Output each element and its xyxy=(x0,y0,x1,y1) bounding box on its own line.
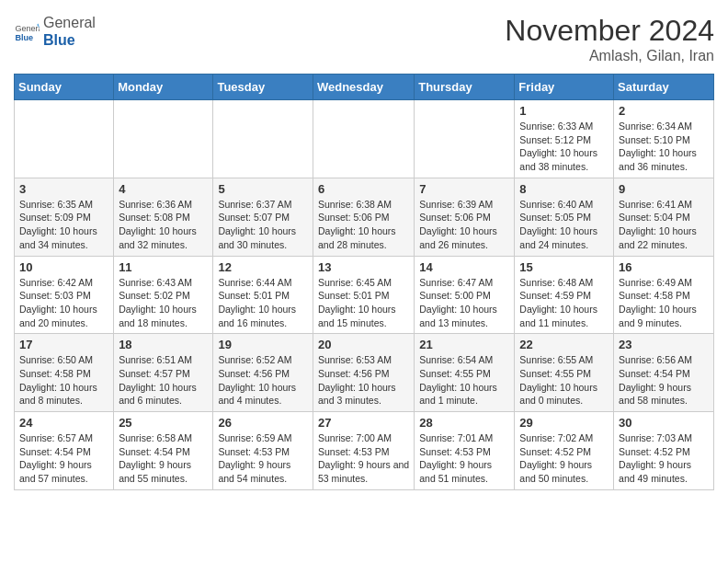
calendar-cell: 23Sunrise: 6:56 AMSunset: 4:54 PMDayligh… xyxy=(614,334,714,412)
column-header-wednesday: Wednesday xyxy=(313,75,414,100)
day-detail: Sunrise: 7:02 AMSunset: 4:52 PMDaylight:… xyxy=(519,431,609,486)
calendar-cell: 15Sunrise: 6:48 AMSunset: 4:59 PMDayligh… xyxy=(515,256,614,334)
day-number: 13 xyxy=(318,260,409,274)
column-header-thursday: Thursday xyxy=(415,75,515,100)
calendar-cell: 29Sunrise: 7:02 AMSunset: 4:52 PMDayligh… xyxy=(515,412,614,490)
day-number: 27 xyxy=(318,416,409,430)
calendar-cell: 11Sunrise: 6:43 AMSunset: 5:02 PMDayligh… xyxy=(114,256,213,334)
calendar-cell: 4Sunrise: 6:36 AMSunset: 5:08 PMDaylight… xyxy=(114,178,213,256)
calendar-cell: 6Sunrise: 6:38 AMSunset: 5:06 PMDaylight… xyxy=(313,178,414,256)
calendar-cell: 7Sunrise: 6:39 AMSunset: 5:06 PMDaylight… xyxy=(415,178,515,256)
calendar-body: 1Sunrise: 6:33 AMSunset: 5:12 PMDaylight… xyxy=(15,100,714,490)
day-detail: Sunrise: 6:43 AMSunset: 5:02 PMDaylight:… xyxy=(119,276,208,330)
header-row: SundayMondayTuesdayWednesdayThursdayFrid… xyxy=(15,75,714,100)
calendar-cell: 5Sunrise: 6:37 AMSunset: 5:07 PMDaylight… xyxy=(213,178,313,256)
svg-text:General: General xyxy=(15,24,40,33)
calendar-cell: 27Sunrise: 7:00 AMSunset: 4:53 PMDayligh… xyxy=(313,412,414,490)
calendar-cell: 12Sunrise: 6:44 AMSunset: 5:01 PMDayligh… xyxy=(213,256,313,334)
calendar-cell: 30Sunrise: 7:03 AMSunset: 4:52 PMDayligh… xyxy=(614,412,714,490)
day-detail: Sunrise: 6:51 AMSunset: 4:57 PMDaylight:… xyxy=(119,353,208,408)
column-header-saturday: Saturday xyxy=(614,75,714,100)
day-detail: Sunrise: 6:47 AMSunset: 5:00 PMDaylight:… xyxy=(419,276,509,330)
day-number: 10 xyxy=(19,260,108,274)
calendar-cell xyxy=(313,100,414,178)
day-number: 30 xyxy=(619,416,709,430)
day-number: 16 xyxy=(619,260,709,274)
logo-blue: Blue xyxy=(43,31,96,49)
day-detail: Sunrise: 6:45 AMSunset: 5:01 PMDaylight:… xyxy=(318,276,409,330)
day-number: 14 xyxy=(419,260,509,274)
day-number: 28 xyxy=(419,416,509,430)
calendar-cell: 1Sunrise: 6:33 AMSunset: 5:12 PMDaylight… xyxy=(515,100,614,178)
calendar-cell: 26Sunrise: 6:59 AMSunset: 4:53 PMDayligh… xyxy=(213,412,313,490)
day-number: 22 xyxy=(519,338,609,351)
day-detail: Sunrise: 6:58 AMSunset: 4:54 PMDaylight:… xyxy=(119,431,208,486)
day-detail: Sunrise: 6:59 AMSunset: 4:53 PMDaylight:… xyxy=(218,431,308,486)
column-header-friday: Friday xyxy=(515,75,614,100)
day-detail: Sunrise: 6:42 AMSunset: 5:03 PMDaylight:… xyxy=(19,276,108,330)
day-detail: Sunrise: 6:36 AMSunset: 5:08 PMDaylight:… xyxy=(119,198,208,252)
day-number: 18 xyxy=(119,338,208,351)
day-detail: Sunrise: 6:39 AMSunset: 5:06 PMDaylight:… xyxy=(419,198,509,252)
day-detail: Sunrise: 7:03 AMSunset: 4:52 PMDaylight:… xyxy=(619,431,709,486)
day-number: 1 xyxy=(519,104,609,118)
calendar-cell: 2Sunrise: 6:34 AMSunset: 5:10 PMDaylight… xyxy=(614,100,714,178)
day-detail: Sunrise: 6:34 AMSunset: 5:10 PMDaylight:… xyxy=(619,120,709,174)
month-title: November 2024 xyxy=(505,14,714,48)
calendar-cell: 28Sunrise: 7:01 AMSunset: 4:53 PMDayligh… xyxy=(415,412,515,490)
day-number: 26 xyxy=(218,416,308,430)
calendar-cell xyxy=(415,100,515,178)
page-header: General Blue General Blue November 2024 … xyxy=(14,14,714,64)
location: Amlash, Gilan, Iran xyxy=(505,48,714,64)
day-detail: Sunrise: 7:01 AMSunset: 4:53 PMDaylight:… xyxy=(419,431,509,486)
day-detail: Sunrise: 6:55 AMSunset: 4:55 PMDaylight:… xyxy=(519,353,609,408)
calendar-header: SundayMondayTuesdayWednesdayThursdayFrid… xyxy=(15,75,714,100)
day-number: 24 xyxy=(19,416,108,430)
column-header-monday: Monday xyxy=(114,75,213,100)
day-number: 11 xyxy=(119,260,208,274)
calendar-cell: 13Sunrise: 6:45 AMSunset: 5:01 PMDayligh… xyxy=(313,256,414,334)
calendar-cell: 22Sunrise: 6:55 AMSunset: 4:55 PMDayligh… xyxy=(515,334,614,412)
calendar-cell xyxy=(213,100,313,178)
calendar-cell: 16Sunrise: 6:49 AMSunset: 4:58 PMDayligh… xyxy=(614,256,714,334)
day-detail: Sunrise: 6:38 AMSunset: 5:06 PMDaylight:… xyxy=(318,198,409,252)
day-detail: Sunrise: 6:48 AMSunset: 4:59 PMDaylight:… xyxy=(519,276,609,330)
day-detail: Sunrise: 6:57 AMSunset: 4:54 PMDaylight:… xyxy=(19,431,108,486)
calendar-cell: 20Sunrise: 6:53 AMSunset: 4:56 PMDayligh… xyxy=(313,334,414,412)
day-detail: Sunrise: 6:52 AMSunset: 4:56 PMDaylight:… xyxy=(218,353,308,408)
day-detail: Sunrise: 6:50 AMSunset: 4:58 PMDaylight:… xyxy=(19,353,108,408)
day-detail: Sunrise: 6:37 AMSunset: 5:07 PMDaylight:… xyxy=(218,198,308,252)
day-number: 25 xyxy=(119,416,208,430)
day-number: 5 xyxy=(218,182,308,196)
day-number: 3 xyxy=(19,182,108,196)
column-header-tuesday: Tuesday xyxy=(213,75,313,100)
day-detail: Sunrise: 6:41 AMSunset: 5:04 PMDaylight:… xyxy=(619,198,709,252)
week-row-5: 24Sunrise: 6:57 AMSunset: 4:54 PMDayligh… xyxy=(15,412,714,490)
day-number: 20 xyxy=(318,338,409,351)
week-row-4: 17Sunrise: 6:50 AMSunset: 4:58 PMDayligh… xyxy=(15,334,714,412)
logo: General Blue General Blue xyxy=(14,14,96,49)
title-block: November 2024 Amlash, Gilan, Iran xyxy=(505,14,714,64)
svg-text:Blue: Blue xyxy=(15,33,33,42)
calendar-cell: 14Sunrise: 6:47 AMSunset: 5:00 PMDayligh… xyxy=(415,256,515,334)
day-number: 19 xyxy=(218,338,308,351)
calendar-cell: 24Sunrise: 6:57 AMSunset: 4:54 PMDayligh… xyxy=(15,412,114,490)
logo-general: General xyxy=(43,14,96,31)
day-number: 7 xyxy=(419,182,509,196)
logo-text: General Blue xyxy=(43,14,96,49)
day-number: 17 xyxy=(19,338,108,351)
day-number: 23 xyxy=(619,338,709,351)
day-detail: Sunrise: 6:49 AMSunset: 4:58 PMDaylight:… xyxy=(619,276,709,330)
column-header-sunday: Sunday xyxy=(15,75,114,100)
week-row-3: 10Sunrise: 6:42 AMSunset: 5:03 PMDayligh… xyxy=(15,256,714,334)
day-detail: Sunrise: 6:40 AMSunset: 5:05 PMDaylight:… xyxy=(519,198,609,252)
day-detail: Sunrise: 6:35 AMSunset: 5:09 PMDaylight:… xyxy=(19,198,108,252)
calendar-cell: 19Sunrise: 6:52 AMSunset: 4:56 PMDayligh… xyxy=(213,334,313,412)
calendar-cell: 18Sunrise: 6:51 AMSunset: 4:57 PMDayligh… xyxy=(114,334,213,412)
calendar-cell: 17Sunrise: 6:50 AMSunset: 4:58 PMDayligh… xyxy=(15,334,114,412)
calendar-cell: 10Sunrise: 6:42 AMSunset: 5:03 PMDayligh… xyxy=(15,256,114,334)
day-number: 8 xyxy=(519,182,609,196)
day-number: 9 xyxy=(619,182,709,196)
day-detail: Sunrise: 7:00 AMSunset: 4:53 PMDaylight:… xyxy=(318,431,409,486)
calendar-cell: 21Sunrise: 6:54 AMSunset: 4:55 PMDayligh… xyxy=(415,334,515,412)
